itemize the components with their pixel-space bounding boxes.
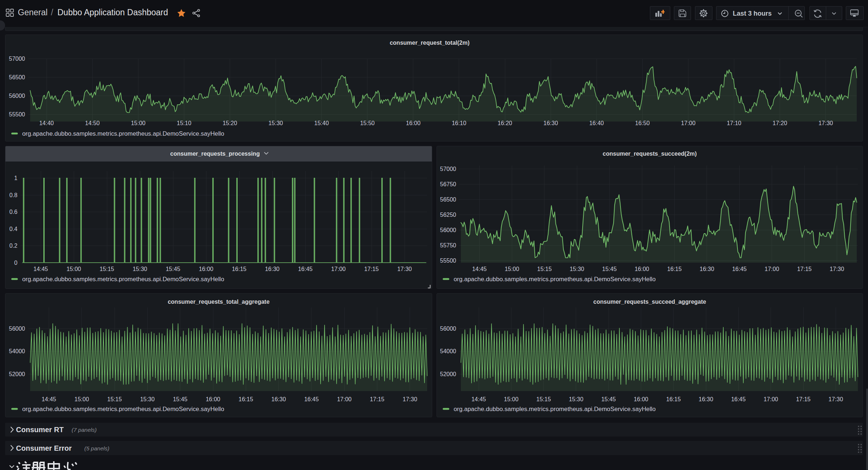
svg-text:55500: 55500 [440,258,457,264]
svg-text:57000: 57000 [440,166,457,172]
svg-text:54000: 54000 [9,348,25,354]
svg-text:15:40: 15:40 [314,120,329,126]
svg-text:15:45: 15:45 [602,266,617,272]
svg-text:15:00: 15:00 [504,396,518,402]
svg-text:15:50: 15:50 [360,120,375,126]
svg-text:16:30: 16:30 [272,396,286,402]
svg-text:15:00: 15:00 [75,396,89,402]
svg-text:(5 panels): (5 panels) [84,445,109,451]
svg-text:15:30: 15:30 [140,396,154,402]
svg-text:17:15: 17:15 [797,266,812,272]
svg-text:16:30: 16:30 [699,396,713,402]
svg-text:Consumer Error: Consumer Error [16,444,72,452]
svg-text:56250: 56250 [440,212,457,218]
svg-text:org.apache.dubbo.samples.metri: org.apache.dubbo.samples.metrics.prometh… [454,406,656,413]
svg-text:consumer_requests_succeed_aggr: consumer_requests_succeed_aggregate [593,299,706,305]
svg-text:org.apache.dubbo.samples.metri: org.apache.dubbo.samples.metrics.prometh… [454,276,656,283]
svg-text:56000: 56000 [440,326,457,332]
svg-text:15:45: 15:45 [173,396,188,402]
svg-text:14:45: 14:45 [41,396,56,402]
svg-text:57000: 57000 [9,56,25,62]
svg-text:56750: 56750 [440,181,457,187]
svg-text:org.apache.dubbo.samples.metri: org.apache.dubbo.samples.metrics.prometh… [22,130,224,137]
svg-text:14:50: 14:50 [85,120,100,126]
svg-text:0.6: 0.6 [9,209,17,215]
svg-text:16:45: 16:45 [731,396,746,402]
svg-text:14:45: 14:45 [471,396,486,402]
svg-text:14:40: 14:40 [39,120,54,126]
svg-text:Consumer RT: Consumer RT [16,426,64,434]
svg-text:16:00: 16:00 [206,396,220,402]
svg-text:15:20: 15:20 [222,120,237,126]
svg-text:16:20: 16:20 [498,120,512,126]
svg-text:consumer_requests_total_aggreg: consumer_requests_total_aggregate [168,299,269,305]
svg-text:16:15: 16:15 [232,266,246,272]
svg-text:15:45: 15:45 [601,396,616,402]
svg-text:15:15: 15:15 [537,396,551,402]
svg-text:17:30: 17:30 [403,396,417,402]
svg-text:16:00: 16:00 [406,120,421,126]
svg-text:17:00: 17:00 [764,396,778,402]
svg-text:15:45: 15:45 [166,266,180,272]
svg-text:17:30: 17:30 [819,120,833,126]
svg-text:17:30: 17:30 [829,266,844,272]
svg-text:15:30: 15:30 [570,266,584,272]
svg-text:consumer_requests_succeed(2m): consumer_requests_succeed(2m) [603,151,697,157]
svg-text:14:45: 14:45 [472,266,487,272]
svg-text:17:15: 17:15 [796,396,811,402]
svg-text:15:30: 15:30 [268,120,283,126]
svg-text:0.8: 0.8 [9,192,17,198]
svg-text:16:30: 16:30 [543,120,558,126]
svg-text:15:30: 15:30 [133,266,147,272]
svg-text:56000: 56000 [440,227,457,233]
svg-text:17:15: 17:15 [364,266,379,272]
svg-text:16:30: 16:30 [700,266,714,272]
svg-text:52000: 52000 [9,371,25,377]
svg-text:15:15: 15:15 [107,396,122,402]
svg-text:consumer_requests_processing: consumer_requests_processing [170,151,260,157]
svg-text:consumer_request_total(2m): consumer_request_total(2m) [390,40,470,46]
svg-text:15:00: 15:00 [67,266,81,272]
svg-text:17:30: 17:30 [397,266,412,272]
svg-text:17:00: 17:00 [765,266,779,272]
svg-text:14:45: 14:45 [33,266,48,272]
svg-text:16:10: 16:10 [452,120,466,126]
svg-text:16:15: 16:15 [667,266,682,272]
svg-text:0.4: 0.4 [9,226,17,232]
svg-text:org.apache.dubbo.samples.metri: org.apache.dubbo.samples.metrics.prometh… [22,276,224,283]
svg-text:16:45: 16:45 [304,396,319,402]
svg-text:17:00: 17:00 [337,396,351,402]
svg-text:56000: 56000 [9,326,25,332]
svg-text:1: 1 [14,175,17,181]
svg-text:56500: 56500 [9,74,25,80]
svg-text:54000: 54000 [440,348,457,354]
svg-text:52000: 52000 [440,371,457,377]
svg-text:17:15: 17:15 [370,396,384,402]
svg-text:17:00: 17:00 [681,120,695,126]
svg-text:0: 0 [14,260,17,266]
svg-text:56000: 56000 [9,93,25,99]
svg-text:16:15: 16:15 [238,396,253,402]
svg-text:16:00: 16:00 [199,266,213,272]
svg-text:17:30: 17:30 [828,396,843,402]
svg-text:17:00: 17:00 [331,266,346,272]
svg-text:16:50: 16:50 [635,120,650,126]
svg-text:15:10: 15:10 [177,120,191,126]
svg-text:16:45: 16:45 [298,266,313,272]
svg-text:(7 panels): (7 panels) [72,427,97,433]
svg-text:16:40: 16:40 [589,120,604,126]
svg-text:17:20: 17:20 [773,120,787,126]
svg-text:15:30: 15:30 [569,396,583,402]
svg-text:16:15: 16:15 [666,396,681,402]
svg-text:17:10: 17:10 [727,120,741,126]
svg-text:55500: 55500 [9,111,25,118]
svg-text:org.apache.dubbo.samples.metri: org.apache.dubbo.samples.metrics.prometh… [22,406,224,413]
svg-text:56500: 56500 [440,196,457,203]
svg-text:15:15: 15:15 [100,266,114,272]
svg-text:15:15: 15:15 [537,266,552,272]
svg-text:15:00: 15:00 [505,266,519,272]
svg-text:0.2: 0.2 [9,243,17,249]
svg-text:16:45: 16:45 [732,266,747,272]
svg-text:15:00: 15:00 [131,120,145,126]
svg-text:55750: 55750 [440,242,457,248]
